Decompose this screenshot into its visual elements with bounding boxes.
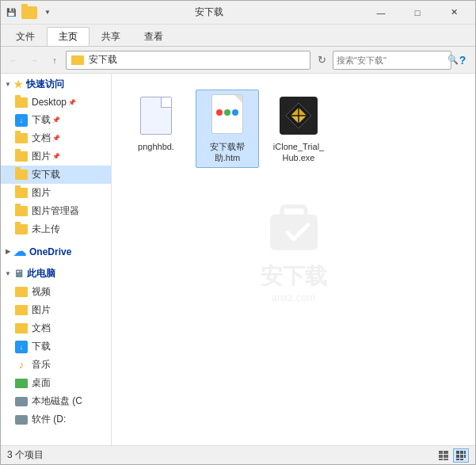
sidebar-item-video-label: 视频 — [32, 285, 51, 299]
sidebar-item-music[interactable]: ♪ 音乐 — [1, 356, 111, 374]
close-button[interactable]: ✕ — [436, 1, 472, 25]
desktop2-icon — [15, 377, 28, 390]
address-path-text: 安下载 — [89, 53, 117, 67]
ribbon-tabs: 文件 主页 共享 查看 — [1, 25, 475, 47]
pictures2-folder-icon — [15, 187, 28, 200]
search-box[interactable]: 🔍 — [333, 51, 451, 70]
minimize-button[interactable]: — — [363, 1, 399, 25]
svg-rect-1 — [282, 206, 306, 222]
svg-rect-9 — [439, 455, 443, 458]
sidebar-item-hdd-c-label: 本地磁盘 (C — [32, 394, 82, 408]
comp-pictures-icon — [15, 304, 28, 317]
up-button[interactable]: ↑ — [45, 51, 64, 70]
sidebar-item-comp-pictures[interactable]: 图片 — [1, 301, 111, 319]
window-controls: — □ ✕ — [363, 1, 472, 25]
sidebar-item-comp-downloads[interactable]: ↓ 下载 — [1, 337, 111, 356]
icon-view-icon — [455, 450, 466, 461]
status-bar: 3 个项目 — [1, 445, 475, 464]
download-arrow-icon: ↓ — [15, 114, 28, 127]
comp-download-arrow: ↓ — [15, 341, 28, 353]
list-view-button[interactable] — [436, 448, 451, 463]
sidebar-item-hdd-d[interactable]: 软件 (D: — [1, 410, 111, 429]
sidebar-item-hdd-c[interactable]: 本地磁盘 (C — [1, 392, 111, 410]
iclone-svg — [284, 101, 313, 130]
sidebar-item-pictures2[interactable]: 图片 — [1, 184, 111, 202]
sidebar-item-pictures[interactable]: 图片 📌 — [1, 147, 111, 166]
blank-file-icon — [140, 97, 172, 135]
view-buttons — [436, 448, 469, 463]
svg-rect-16 — [456, 455, 459, 458]
window-title: 安下载 — [55, 6, 363, 19]
sidebar-item-comp-docs[interactable]: 文档 — [1, 319, 111, 337]
pin-icon-3: 📌 — [52, 135, 60, 142]
back-button[interactable]: ← — [4, 51, 23, 70]
list-view-icon — [438, 450, 449, 461]
svg-rect-0 — [270, 214, 318, 250]
onedrive-header[interactable]: ▶ ☁ OneDrive — [1, 242, 111, 261]
svg-rect-17 — [460, 455, 463, 458]
sidebar-item-anzaixia[interactable]: 安下载 — [1, 166, 111, 184]
hdd-d-icon — [15, 414, 28, 426]
file-item-pnghhbd[interactable]: pnghhbd. — [124, 90, 188, 168]
search-input[interactable] — [337, 55, 446, 65]
computer-section: ▼ 🖥 此电脑 视频 图片 — [1, 263, 111, 430]
file-icon-exe — [276, 93, 321, 138]
tab-file[interactable]: 文件 — [4, 27, 47, 46]
tab-share[interactable]: 共享 — [89, 27, 132, 46]
forward-button[interactable]: → — [25, 51, 44, 70]
pin-icon-2: 📌 — [52, 116, 60, 124]
anzaixia-folder-icon — [15, 169, 28, 181]
sidebar-item-downloads[interactable]: ↓ 下载 📌 — [1, 111, 111, 129]
computer-icon: 🖥 — [13, 268, 24, 280]
title-bar-dropdown[interactable]: ▼ — [40, 6, 55, 20]
file-icon-htm — [205, 93, 249, 138]
file-explorer-window: 💾 ▼ 安下载 — □ ✕ 文件 主页 共享 查看 ← → ↑ 安下载 ↻ 🔍 … — [0, 0, 476, 465]
onedrive-expand-icon: ▶ — [4, 248, 12, 255]
svg-rect-11 — [439, 459, 443, 460]
downloads-icon: ↓ — [15, 114, 28, 127]
quick-access-header[interactable]: ▼ ★ 快速访问 — [1, 75, 111, 93]
desktop-folder-icon — [15, 96, 28, 109]
quick-access-section: ▼ ★ 快速访问 Desktop 📌 ↓ 下载 📌 — [1, 74, 111, 240]
svg-rect-12 — [444, 459, 448, 460]
title-bar-icons: 💾 ▼ — [4, 6, 55, 20]
sidebar-item-desktop[interactable]: Desktop 📌 — [1, 93, 111, 111]
svg-rect-10 — [444, 455, 448, 458]
svg-rect-18 — [464, 455, 466, 458]
title-bar: 💾 ▼ 安下载 — □ ✕ — [1, 1, 475, 25]
sidebar-item-video[interactable]: 视频 — [1, 283, 111, 301]
iclone-exe-icon — [280, 97, 318, 135]
refresh-button[interactable]: ↻ — [312, 51, 331, 70]
quick-access-toolbar-save[interactable]: 💾 — [4, 6, 18, 20]
sidebar-item-anzaixia-label: 安下载 — [32, 168, 60, 181]
sidebar-item-desktop2[interactable]: 桌面 — [1, 374, 111, 392]
address-path[interactable]: 安下载 — [66, 51, 310, 70]
tab-view[interactable]: 查看 — [132, 27, 175, 46]
help-button[interactable]: ? — [453, 51, 472, 70]
svg-rect-15 — [464, 451, 466, 454]
sidebar-item-hdd-d-label: 软件 (D: — [32, 413, 66, 426]
watermark-url: anxz.com — [272, 291, 316, 303]
title-bar-folder-icon — [21, 6, 37, 19]
sidebar: ▼ ★ 快速访问 Desktop 📌 ↓ 下载 📌 — [1, 74, 112, 445]
sidebar-item-downloads-label: 下载 — [32, 113, 51, 127]
maximize-button[interactable]: □ — [399, 1, 436, 25]
computer-header[interactable]: ▼ 🖥 此电脑 — [1, 265, 111, 283]
htm-file-icon — [208, 94, 246, 137]
sidebar-item-unuploaded[interactable]: 未上传 — [1, 220, 111, 238]
music-note-icon: ♪ — [19, 359, 25, 371]
sidebar-item-picmgr[interactable]: 图片管理器 — [1, 202, 111, 220]
file-item-htm[interactable]: 安下载帮助.htm — [196, 90, 259, 168]
svg-rect-13 — [456, 451, 459, 454]
sidebar-item-docs-label: 文档 — [32, 131, 51, 145]
docs-folder-icon — [15, 132, 28, 145]
watermark-text: 安下载 — [261, 261, 327, 291]
sidebar-item-comp-pictures-label: 图片 — [32, 303, 51, 317]
file-grid: pnghhbd. — [112, 74, 475, 184]
svg-rect-8 — [444, 451, 448, 454]
file-label-htm: 安下载帮助.htm — [200, 141, 255, 164]
sidebar-item-docs[interactable]: 文档 📌 — [1, 129, 111, 147]
file-item-exe[interactable]: iClone_Trial_Hub.exe — [267, 90, 330, 168]
tab-home[interactable]: 主页 — [47, 27, 89, 46]
icon-view-button[interactable] — [453, 448, 469, 463]
